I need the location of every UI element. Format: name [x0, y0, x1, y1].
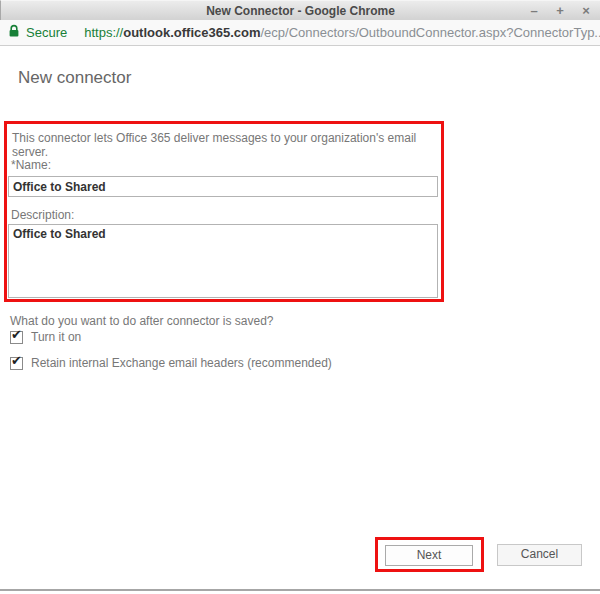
close-icon[interactable]: × [580, 1, 592, 21]
checkmark-icon: ✔ [11, 354, 22, 367]
url-scheme: https:// [84, 25, 123, 40]
after-save-question: What do you want to do after connector i… [10, 314, 273, 328]
turn-it-on-checkbox[interactable]: ✔ [10, 331, 23, 344]
description-label: Description: [11, 208, 74, 222]
turn-it-on-label: Turn it on [31, 330, 81, 344]
turn-it-on-option[interactable]: ✔ Turn it on [10, 330, 81, 344]
name-input[interactable] [8, 176, 438, 197]
retain-headers-checkbox[interactable]: ✔ [10, 357, 23, 370]
maximize-icon[interactable]: + [554, 1, 566, 21]
name-label: *Name: [11, 158, 51, 172]
cancel-button[interactable]: Cancel [497, 544, 582, 566]
url-path: /ecp/Connectors/OutboundConnector.aspx?C… [260, 25, 600, 40]
retain-headers-option[interactable]: ✔ Retain internal Exchange email headers… [10, 356, 332, 370]
checkmark-icon: ✔ [11, 328, 22, 341]
window-controls: – + × [528, 1, 592, 21]
connector-intro-text: This connector lets Office 365 deliver m… [12, 131, 432, 159]
secure-lock-icon [8, 24, 20, 42]
description-textarea[interactable]: Office to Shared [8, 224, 438, 298]
page-title: New connector [18, 68, 131, 88]
retain-headers-label: Retain internal Exchange email headers (… [31, 356, 332, 370]
browser-address-bar[interactable]: Secure https://outlook.office365.com/ecp… [0, 20, 600, 46]
secure-label[interactable]: Secure [26, 25, 67, 40]
window-bottom-border [0, 589, 600, 591]
minimize-icon[interactable]: – [528, 1, 540, 21]
window-title: New Connector - Google Chrome [206, 4, 395, 18]
url-domain: outlook.office365.com [123, 25, 260, 40]
url-text[interactable]: https://outlook.office365.com/ecp/Connec… [84, 25, 600, 40]
next-button[interactable]: Next [385, 545, 473, 566]
window-titlebar: New Connector - Google Chrome – + × [0, 0, 600, 20]
